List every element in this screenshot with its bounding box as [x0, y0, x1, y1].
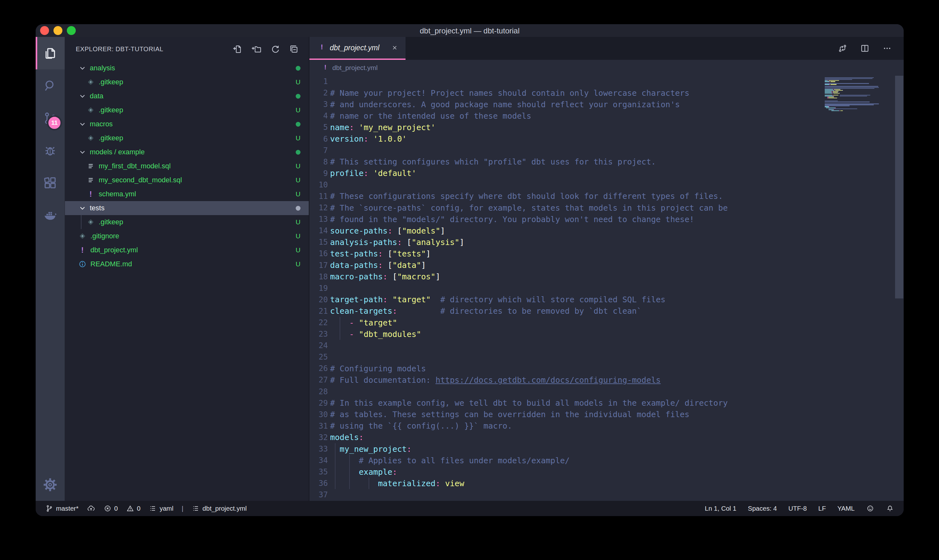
minimize-window-button[interactable] — [54, 26, 62, 35]
code-line-32: 32models: — [309, 432, 904, 443]
tab-dbt-project-yml[interactable]: ! dbt_project.yml — [309, 37, 405, 60]
chevron-down-icon — [78, 120, 87, 129]
activity-item-source-control[interactable]: 11 — [35, 102, 65, 134]
git-status-untracked: U — [296, 190, 300, 198]
tree-item-readme-md[interactable]: README.mdU — [65, 257, 309, 271]
yaml-icon: ! — [318, 43, 326, 52]
line-number: 27 — [309, 375, 328, 385]
line-number: 34 — [309, 456, 328, 465]
sql-icon — [86, 175, 95, 185]
search-icon — [43, 78, 58, 93]
tree-item-data[interactable]: data — [65, 89, 309, 103]
close-tab-icon[interactable] — [391, 44, 399, 52]
status-item-dbt-file[interactable]: dbt_project.yml — [192, 504, 247, 512]
minimap[interactable] — [825, 76, 894, 112]
traffic-lights — [40, 26, 76, 35]
status-item-branch[interactable]: master* — [45, 504, 79, 512]
list-icon — [149, 504, 157, 512]
tree-item-analysis[interactable]: analysis — [65, 61, 309, 75]
code-line-26: 26# Configuring models — [309, 363, 904, 374]
activity-item-extensions[interactable] — [35, 167, 65, 199]
chevron-down-icon — [78, 148, 87, 157]
tree-item--gitkeep[interactable]: .gitkeepU — [65, 103, 309, 117]
editor-group: ! dbt_project.yml ! dbt_project.yml 12# … — [309, 37, 904, 501]
window-title: dbt_project.yml — dbt-tutorial — [35, 24, 904, 37]
status-item-warnings[interactable]: 0 — [126, 504, 140, 512]
tree-item--gitkeep[interactable]: .gitkeepU — [65, 215, 309, 229]
explorer-header: EXPLORER: DBT-TUTORIAL — [65, 37, 309, 61]
code-line-24: 24 — [309, 340, 904, 351]
status-item-yaml-schema[interactable]: yaml — [149, 504, 173, 512]
code-line-8: 8# This setting configures which "profil… — [309, 156, 904, 168]
status-item-errors[interactable]: 0 — [103, 504, 118, 512]
tree-item--gitkeep[interactable]: .gitkeepU — [65, 131, 309, 145]
status-item-cursor-position[interactable]: Ln 1, Col 1 — [705, 505, 736, 512]
status-item-language-mode[interactable]: YAML — [837, 505, 855, 512]
activity-item-search[interactable] — [35, 69, 65, 102]
activity-bar-bottom — [35, 468, 65, 501]
code-line-22: 22 - "target" — [309, 317, 904, 328]
tree-item-macros[interactable]: macros — [65, 117, 309, 131]
activity-item-explorer[interactable] — [35, 37, 65, 69]
code-line-31: 31# using the `{{ config(...) }}` macro. — [309, 420, 904, 432]
line-number: 9 — [309, 169, 328, 178]
tree-item-models-example[interactable]: models / example — [65, 145, 309, 159]
line-number: 31 — [309, 422, 328, 431]
new-folder-icon[interactable] — [251, 44, 262, 54]
status-item-eol[interactable]: LF — [818, 505, 826, 512]
tree-item-tests[interactable]: tests — [65, 201, 309, 215]
docker-icon — [43, 208, 58, 223]
activity-item-settings[interactable] — [35, 468, 65, 501]
close-window-button[interactable] — [40, 26, 49, 35]
code-line-10: 10 — [309, 179, 904, 191]
line-number: 18 — [309, 272, 328, 281]
status-item-feedback[interactable] — [866, 504, 874, 512]
line-number: 13 — [309, 215, 328, 224]
code-line-6: 6version: '1.0.0' — [309, 133, 904, 145]
status-item-encoding[interactable]: UTF-8 — [788, 505, 807, 512]
zoom-window-button[interactable] — [67, 26, 76, 35]
code-line-16: 16test-paths: ["tests"] — [309, 248, 904, 259]
tree-item--gitignore[interactable]: .gitignoreU — [65, 229, 309, 243]
tree-item-my-first-dbt-model-sql[interactable]: my_first_dbt_model.sqlU — [65, 159, 309, 173]
desktop: dbt_project.yml — dbt-tutorial 11 EXPLOR… — [0, 0, 939, 560]
activity-item-debug[interactable] — [35, 134, 65, 167]
split-editor-icon[interactable] — [860, 43, 870, 54]
collapse-all-icon[interactable] — [289, 44, 299, 54]
line-number: 17 — [309, 261, 328, 270]
svg-text:!: ! — [89, 190, 92, 198]
code-line-5: 5name: 'my_new_project' — [309, 122, 904, 133]
scrollbar-thumb[interactable] — [895, 76, 904, 298]
line-number: 30 — [309, 410, 328, 419]
breadcrumb-item-file[interactable]: dbt_project.yml — [332, 64, 377, 72]
tree-item-schema-yml[interactable]: !schema.ymlU — [65, 187, 309, 201]
refresh-icon[interactable] — [270, 44, 280, 54]
line-number: 10 — [309, 180, 328, 189]
code-line-13: 13# found in the "models/" directory. Yo… — [309, 214, 904, 225]
open-changes-icon[interactable] — [837, 43, 848, 54]
status-item-notifications[interactable] — [886, 504, 894, 512]
line-number: 32 — [309, 433, 328, 442]
more-actions-icon[interactable] — [882, 43, 892, 54]
tree-item-dbt-project-yml[interactable]: !dbt_project.ymlU — [65, 243, 309, 257]
new-file-icon[interactable] — [232, 44, 243, 54]
git-status-untracked: U — [296, 134, 300, 142]
line-number: 28 — [309, 387, 328, 396]
git-status-dot — [296, 150, 300, 155]
code-line-35: 35 example: — [309, 466, 904, 478]
activity-item-docker[interactable] — [35, 199, 65, 232]
code-line-23: 23 - "dbt_modules" — [309, 328, 904, 340]
code-line-19: 19 — [309, 283, 904, 294]
git-status-untracked: U — [296, 218, 300, 226]
code-editor[interactable]: 12# Name your project! Project names sho… — [309, 76, 904, 501]
status-item-indentation[interactable]: Spaces: 4 — [748, 505, 777, 512]
code-line-17: 17data-paths: ["data"] — [309, 260, 904, 271]
git-status-dot — [296, 206, 300, 211]
status-item-publish[interactable] — [87, 504, 95, 512]
code-line-27: 27# Full documentation: https://docs.get… — [309, 374, 904, 386]
code-line-14: 14source-paths: ["models"] — [309, 225, 904, 236]
line-number: 11 — [309, 192, 328, 201]
tree-item--gitkeep[interactable]: .gitkeepU — [65, 75, 309, 89]
activity-bar: 11 — [35, 37, 65, 501]
tree-item-my-second-dbt-model-sql[interactable]: my_second_dbt_model.sqlU — [65, 173, 309, 187]
